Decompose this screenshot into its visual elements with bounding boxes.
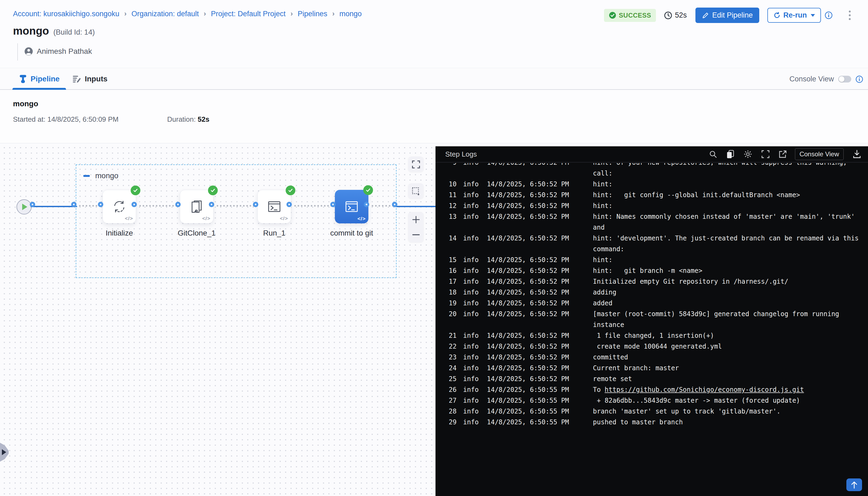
log-line: 29info14/8/2025, 6:50:55 PMpushed to mas…	[448, 417, 868, 428]
pipeline-execution-page: Account: kurosakiichigo.songoku›Organiza…	[0, 0, 868, 496]
connector-node[interactable]	[131, 202, 137, 207]
tab-pipeline[interactable]: Pipeline	[13, 68, 66, 89]
console-view-toggle[interactable]	[838, 76, 851, 82]
author-name: Animesh Pathak	[37, 47, 92, 56]
breadcrumb-link[interactable]: mongo	[339, 10, 362, 18]
log-line: 21info14/8/2025, 6:50:52 PM 1 file chang…	[448, 330, 868, 341]
step-success-icon	[363, 185, 373, 195]
edge-exit-line	[396, 206, 435, 207]
success-check-icon	[609, 12, 616, 19]
connector-node[interactable]	[98, 202, 103, 207]
search-icon[interactable]	[709, 150, 717, 158]
sync-icon	[111, 198, 128, 215]
log-line: 24info14/8/2025, 6:50:52 PMCurrent branc…	[448, 363, 868, 373]
pencil-icon	[702, 12, 709, 19]
connector-node[interactable]	[71, 202, 77, 207]
connector-node[interactable]	[253, 202, 258, 207]
tab-bar: Pipeline Inputs Console View	[0, 68, 868, 90]
zoom-out-button[interactable]	[408, 227, 423, 242]
fullscreen-icon[interactable]	[761, 150, 770, 158]
tab-inputs[interactable]: Inputs	[66, 68, 114, 89]
connector-node[interactable]	[175, 202, 181, 207]
console-view-button[interactable]: Console View	[795, 148, 844, 160]
breadcrumb-separator: ›	[204, 10, 206, 18]
tab-inputs-label: Inputs	[85, 75, 107, 83]
tab-pipeline-label: Pipeline	[31, 75, 60, 83]
step-node-run[interactable]: </>	[258, 190, 291, 223]
log-line: 26info14/8/2025, 6:50:55 PMTo https://gi…	[448, 384, 868, 395]
pipeline-canvas[interactable]: mongo </> Initialize	[0, 143, 435, 496]
step-logs-panel: Step Logs	[435, 146, 868, 496]
log-scroll-area[interactable]: 9info14/8/2025, 6:50:52 PMhint: of your …	[435, 163, 868, 496]
expand-panel-handle[interactable]	[0, 443, 9, 462]
connector-node[interactable]	[392, 202, 397, 207]
build-title: mongo (Build Id: 14)	[13, 25, 95, 37]
log-line: 27info14/8/2025, 6:50:55 PM + 82a6dbb...…	[448, 395, 868, 406]
rerun-button[interactable]: Re-run	[768, 8, 821, 23]
open-in-new-icon[interactable]	[779, 150, 787, 158]
edit-pipeline-button[interactable]: Edit Pipeline	[695, 7, 759, 23]
log-line: 9info14/8/2025, 6:50:52 PMhint: of your …	[448, 163, 868, 179]
breadcrumb: Account: kurosakiichigo.songoku›Organiza…	[13, 10, 362, 18]
breadcrumb-separator: ›	[332, 10, 335, 18]
top-bar: Account: kurosakiichigo.songoku›Organiza…	[0, 0, 868, 68]
status-text: SUCCESS	[619, 12, 651, 19]
duration-text: 52s	[675, 11, 687, 19]
download-icon[interactable]	[853, 150, 861, 158]
edge-start-line	[31, 206, 77, 207]
log-line: 23info14/8/2025, 6:50:52 PMcommitted	[448, 352, 868, 363]
step-node-commit-to-git[interactable]: </>	[335, 190, 368, 223]
code-icon: </>	[202, 216, 211, 221]
collapse-stage-icon[interactable]	[83, 175, 90, 177]
log-link[interactable]: https://github.com/Sonichigo/economy-dis…	[605, 386, 804, 393]
canvas-fullscreen-button[interactable]	[408, 157, 423, 172]
scroll-to-top-button[interactable]	[846, 478, 862, 491]
top-actions: SUCCESS 52s Edit Pipeline Re-run	[604, 7, 852, 23]
copy-icon[interactable]	[726, 150, 734, 158]
run-name: mongo	[13, 99, 38, 108]
step-node-initialize[interactable]: </>	[103, 190, 136, 223]
log-line: 20info14/8/2025, 6:50:52 PM[master (root…	[448, 309, 868, 330]
clock-icon	[664, 11, 672, 19]
more-options-menu-icon[interactable]	[848, 10, 852, 21]
connector-node[interactable]	[209, 202, 214, 207]
connector-node[interactable]	[364, 202, 369, 207]
breadcrumb-link[interactable]: Organization: default	[131, 10, 199, 18]
step-success-icon	[208, 186, 218, 195]
canvas-select-mode-button[interactable]	[408, 183, 423, 199]
page-title: mongo	[13, 25, 49, 37]
duration-indicator: 52s	[664, 11, 687, 19]
console-view-label: Console View	[789, 75, 834, 83]
step-label: Run_1	[239, 229, 309, 237]
connector-node[interactable]	[30, 202, 35, 207]
connector-node[interactable]	[330, 202, 336, 207]
pipeline-start-node[interactable]	[16, 199, 32, 215]
console-view-info-icon[interactable]	[855, 75, 863, 83]
step-success-icon	[131, 186, 140, 195]
git-clone-icon	[188, 198, 205, 215]
log-line: 11info14/8/2025, 6:50:52 PMhint: git con…	[448, 190, 868, 200]
code-icon: </>	[125, 216, 133, 221]
run-info-section: mongo Started at: 14/8/2025, 6:50:09 PM …	[0, 90, 868, 143]
active-tab-underline	[13, 88, 66, 90]
settings-gear-icon[interactable]	[744, 150, 752, 158]
zoom-in-button[interactable]	[408, 212, 423, 227]
breadcrumb-link[interactable]: Pipelines	[298, 10, 328, 18]
log-line: 15info14/8/2025, 6:50:52 PMhint:	[448, 254, 868, 265]
step-logs-header: Step Logs	[435, 146, 868, 162]
code-icon: </>	[358, 216, 366, 222]
user-avatar-icon	[24, 47, 33, 56]
breadcrumb-link[interactable]: Account: kurosakiichigo.songoku	[13, 10, 119, 18]
pipeline-icon	[19, 74, 27, 83]
rerun-icon	[773, 12, 781, 19]
log-line: 13info14/8/2025, 6:50:52 PMhint: Names c…	[448, 211, 868, 233]
step-logs-title: Step Logs	[445, 150, 477, 158]
step-node-gitclone[interactable]: </>	[180, 190, 213, 223]
log-line: 19info14/8/2025, 6:50:52 PMadded	[448, 298, 868, 309]
chevron-down-icon	[811, 14, 815, 17]
build-id: (Build Id: 14)	[53, 28, 95, 36]
log-line: 12info14/8/2025, 6:50:52 PMhint:	[448, 200, 868, 211]
breadcrumb-link[interactable]: Project: Default Project	[211, 10, 285, 18]
connector-node[interactable]	[286, 202, 292, 207]
info-icon[interactable]	[825, 11, 833, 19]
